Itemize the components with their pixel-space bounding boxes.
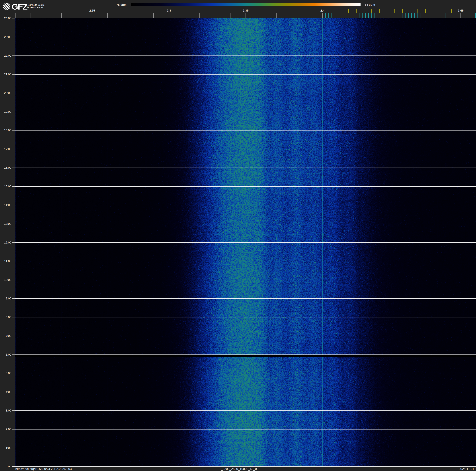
freq-minor-tick <box>246 13 246 18</box>
dataset-filename: 1_2200_2500_10000_40_0 <box>219 467 257 471</box>
ble-channel-tick <box>411 13 412 18</box>
hour-label: 4:00 <box>0 390 11 394</box>
freq-minor-tick <box>61 13 62 18</box>
ble-channel-tick <box>418 13 418 18</box>
freq-minor-tick <box>31 13 31 18</box>
hour-label: 13:00 <box>0 222 11 226</box>
ble-channel-tick <box>427 13 427 18</box>
freq-tick-label: 2.49 <box>455 9 467 12</box>
ble-channel-tick <box>384 13 384 18</box>
ble-channel-tick <box>445 13 445 18</box>
wifi-channel-tick <box>341 9 341 13</box>
footer-bar: https://doi.org/10.5880/GFZ.1.2.2024.003… <box>0 467 476 471</box>
ble-channel-tick <box>344 13 344 18</box>
ble-channel-tick <box>350 13 350 18</box>
ble-channel-tick <box>356 13 357 18</box>
ble-channel-tick <box>359 13 359 18</box>
ble-channel-tick <box>436 13 436 18</box>
hour-label: 17:00 <box>0 147 11 151</box>
doi-link[interactable]: https://doi.org/10.5880/GFZ.1.2.2024.003 <box>15 467 72 471</box>
hour-tick <box>12 37 15 37</box>
wifi-channel-tick <box>394 9 395 13</box>
frequency-axis: 2.252.32.352.42.49 <box>0 0 476 18</box>
hour-label: 21:00 <box>0 72 11 76</box>
hour-label: 1:00 <box>0 446 11 450</box>
ble-channel-tick <box>433 13 433 18</box>
hour-tick <box>12 205 15 205</box>
hour-tick <box>12 167 15 168</box>
hour-tick <box>12 112 15 112</box>
hour-label: 19:00 <box>0 110 11 114</box>
freq-tick-label: 2.35 <box>239 9 252 12</box>
ble-channel-tick <box>353 13 353 18</box>
hour-tick <box>12 261 15 261</box>
hour-label: 2:00 <box>0 428 11 431</box>
hour-tick <box>12 280 15 280</box>
ble-channel-tick <box>439 13 439 18</box>
freq-minor-tick <box>107 13 108 18</box>
ble-channel-tick <box>402 13 402 18</box>
hour-label: 18:00 <box>0 128 11 132</box>
hour-tick <box>12 186 15 187</box>
wifi-channel-tick <box>348 9 349 13</box>
hour-label: 12:00 <box>0 241 11 244</box>
ble-channel-tick <box>374 13 375 18</box>
hour-tick <box>12 74 15 74</box>
wifi-channel-tick <box>356 9 357 13</box>
freq-minor-tick <box>153 13 154 18</box>
hour-label: 22:00 <box>0 54 11 57</box>
ble-channel-tick <box>414 13 415 18</box>
hour-label: 11:00 <box>0 259 11 263</box>
ble-channel-tick <box>362 13 362 18</box>
hour-tick <box>12 354 15 355</box>
hour-tick <box>12 224 15 224</box>
freq-minor-tick <box>200 13 200 18</box>
ble-channel-tick <box>476 13 476 18</box>
hour-tick <box>12 149 15 149</box>
freq-minor-tick <box>215 13 215 18</box>
hour-label: 8:00 <box>0 315 11 319</box>
ble-channel-tick <box>325 13 326 18</box>
ble-channel-tick <box>421 13 421 18</box>
ble-channel-tick <box>381 13 381 18</box>
hour-tick <box>12 429 15 430</box>
hour-tick <box>12 392 15 392</box>
hour-label: 15:00 <box>0 185 11 188</box>
hour-label: 3:00 <box>0 409 11 412</box>
freq-minor-tick <box>307 13 307 18</box>
ble-channel-tick <box>338 13 338 18</box>
ble-channel-tick <box>341 13 341 18</box>
wifi-channel-tick <box>402 9 403 13</box>
hour-tick <box>12 317 15 317</box>
freq-minor-tick <box>77 13 77 18</box>
freq-minor-tick <box>123 13 123 18</box>
freq-minor-tick <box>460 13 461 18</box>
freq-minor-tick <box>292 13 292 18</box>
freq-minor-tick <box>322 13 323 18</box>
ble-channel-tick <box>365 13 366 18</box>
hour-tick <box>12 298 15 299</box>
wifi-channel-tick <box>387 9 387 13</box>
wifi-channel-tick <box>418 9 418 13</box>
hour-tick <box>12 130 15 130</box>
ble-channel-tick <box>390 13 390 18</box>
hour-tick <box>12 93 15 93</box>
ble-channel-tick <box>405 13 406 18</box>
hour-label: 10:00 <box>0 278 11 282</box>
hour-label: 14:00 <box>0 203 11 207</box>
wifi-channel-tick <box>410 9 410 13</box>
wifi-channel-tick <box>433 9 433 13</box>
wifi-channel-tick <box>364 9 364 13</box>
freq-tick-label: 2.4 <box>316 9 329 12</box>
freq-minor-tick <box>261 13 261 18</box>
ble-channel-tick <box>396 13 396 18</box>
hour-tick <box>12 242 15 243</box>
ble-channel-tick <box>328 13 329 18</box>
wifi-channel-tick <box>372 9 372 13</box>
hour-label: 16:00 <box>0 166 11 170</box>
freq-minor-tick <box>276 13 276 18</box>
ble-channel-tick <box>424 13 424 18</box>
freq-minor-tick <box>184 13 184 18</box>
freq-minor-tick <box>138 13 138 18</box>
ble-channel-tick <box>399 13 399 18</box>
